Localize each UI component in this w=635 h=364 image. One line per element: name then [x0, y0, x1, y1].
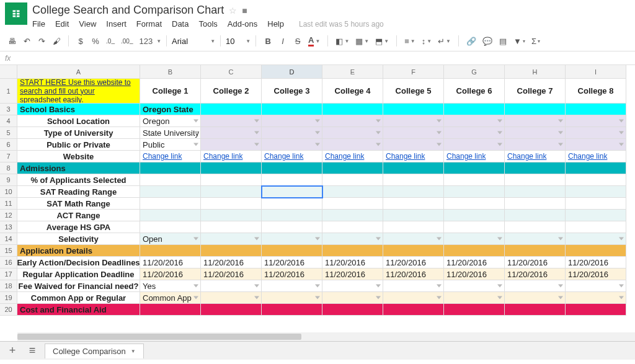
- cell[interactable]: [566, 198, 626, 210]
- cell[interactable]: [383, 280, 444, 292]
- cell[interactable]: [262, 139, 322, 151]
- cell[interactable]: 11/20/2016: [444, 257, 505, 269]
- borders-icon[interactable]: ▦▼: [353, 33, 371, 48]
- menu-tools[interactable]: Tools: [198, 19, 217, 29]
- row-label[interactable]: Common App or Regular: [17, 292, 140, 304]
- cell[interactable]: [444, 304, 505, 316]
- row-header[interactable]: 6: [0, 139, 17, 151]
- cell[interactable]: 11/20/2016: [140, 257, 201, 269]
- cell[interactable]: [566, 139, 626, 151]
- row-label[interactable]: % of Applicants Selected: [17, 174, 140, 186]
- row-label[interactable]: Average HS GPA: [17, 221, 140, 233]
- row-header[interactable]: 17: [0, 269, 17, 280]
- row-label[interactable]: SAT Math Range: [17, 198, 140, 210]
- row-label[interactable]: SAT Reading Range: [17, 186, 140, 198]
- cell[interactable]: Change link: [140, 151, 201, 162]
- cell[interactable]: [566, 304, 626, 316]
- cell[interactable]: 11/20/2016: [262, 269, 322, 280]
- cell[interactable]: [140, 162, 201, 174]
- text-color-icon[interactable]: A▼: [306, 33, 322, 48]
- col-header-G[interactable]: G: [444, 65, 505, 79]
- row-header[interactable]: 19: [0, 292, 17, 304]
- cell[interactable]: 11/20/2016: [505, 269, 566, 280]
- cell[interactable]: [322, 174, 383, 186]
- formula-input[interactable]: [16, 52, 630, 64]
- number-format-select[interactable]: 123▼: [136, 33, 161, 48]
- cell[interactable]: [201, 186, 262, 198]
- cell[interactable]: [201, 292, 262, 304]
- cell[interactable]: [262, 245, 322, 257]
- cell[interactable]: [566, 292, 626, 304]
- cell[interactable]: [383, 304, 444, 316]
- cell[interactable]: 11/20/2016: [444, 269, 505, 280]
- all-sheets-icon[interactable]: ≡: [25, 344, 40, 358]
- cell[interactable]: State University: [140, 127, 201, 139]
- cell[interactable]: [505, 221, 566, 233]
- row-label[interactable]: START HERE Use this website to search an…: [17, 79, 140, 104]
- cell[interactable]: [201, 304, 262, 316]
- cell[interactable]: College 4: [322, 79, 383, 104]
- star-icon[interactable]: ☆: [229, 6, 237, 16]
- row-label[interactable]: Fee Waived for Financial need?: [17, 280, 140, 292]
- comment-icon[interactable]: 💬: [480, 33, 495, 48]
- cell[interactable]: [505, 127, 566, 139]
- cell[interactable]: [383, 174, 444, 186]
- cell[interactable]: [322, 292, 383, 304]
- cell[interactable]: [140, 174, 201, 186]
- cell[interactable]: [444, 210, 505, 221]
- add-sheet-button[interactable]: +: [5, 344, 20, 358]
- menu-view[interactable]: View: [79, 19, 96, 29]
- col-header-F[interactable]: F: [383, 65, 444, 79]
- cell[interactable]: [201, 198, 262, 210]
- cell[interactable]: Public: [140, 139, 201, 151]
- cell[interactable]: [444, 280, 505, 292]
- spreadsheet-grid[interactable]: ABCDEFGHI1START HERE Use this website to…: [0, 65, 635, 316]
- cell[interactable]: 11/20/2016: [322, 269, 383, 280]
- wrap-icon[interactable]: ↵▼: [435, 33, 453, 48]
- cell[interactable]: [262, 115, 322, 127]
- cell[interactable]: [322, 198, 383, 210]
- menu-addons[interactable]: Add-ons: [228, 19, 257, 29]
- cell[interactable]: [444, 104, 505, 115]
- cell[interactable]: [262, 127, 322, 139]
- cell[interactable]: [322, 245, 383, 257]
- link-icon[interactable]: 🔗: [464, 33, 479, 48]
- menu-insert[interactable]: Insert: [106, 19, 127, 29]
- cell[interactable]: [262, 280, 322, 292]
- cell[interactable]: [322, 139, 383, 151]
- cell[interactable]: 11/20/2016: [262, 257, 322, 269]
- cell[interactable]: [262, 233, 322, 245]
- cell[interactable]: [262, 221, 322, 233]
- cell[interactable]: [140, 245, 201, 257]
- row-label[interactable]: School Location: [17, 115, 140, 127]
- italic-icon[interactable]: I: [276, 33, 290, 48]
- cell[interactable]: [505, 280, 566, 292]
- menu-file[interactable]: File: [32, 19, 45, 29]
- cell[interactable]: 11/20/2016: [566, 257, 626, 269]
- cell[interactable]: Change link: [505, 151, 566, 162]
- cell[interactable]: [140, 221, 201, 233]
- col-header-A[interactable]: A: [17, 65, 140, 79]
- col-header-H[interactable]: H: [505, 65, 566, 79]
- row-label[interactable]: Application Details: [17, 245, 140, 257]
- row-header[interactable]: 18: [0, 280, 17, 292]
- cell[interactable]: [383, 104, 444, 115]
- cell[interactable]: [566, 162, 626, 174]
- cell[interactable]: [505, 210, 566, 221]
- cell[interactable]: College 6: [444, 79, 505, 104]
- cell[interactable]: [383, 127, 444, 139]
- format-percent[interactable]: %: [89, 33, 102, 48]
- cell[interactable]: [566, 245, 626, 257]
- cell[interactable]: [505, 115, 566, 127]
- paint-format-icon[interactable]: 🖌: [50, 33, 63, 48]
- row-header[interactable]: 3: [0, 104, 17, 115]
- col-header-B[interactable]: B: [140, 65, 201, 79]
- cell[interactable]: [505, 198, 566, 210]
- cell[interactable]: [262, 104, 322, 115]
- menu-data[interactable]: Data: [172, 19, 189, 29]
- cell[interactable]: [201, 127, 262, 139]
- cell[interactable]: [566, 221, 626, 233]
- cell[interactable]: [383, 162, 444, 174]
- cell[interactable]: Change link: [322, 151, 383, 162]
- row-header[interactable]: 1: [0, 79, 17, 104]
